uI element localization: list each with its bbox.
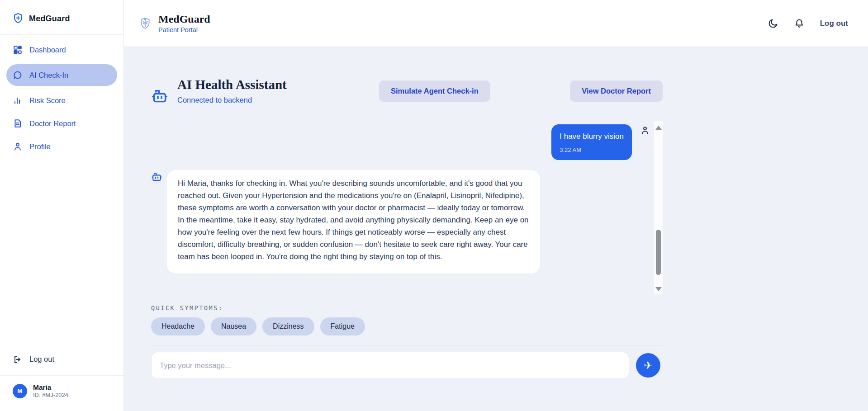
top-header: MedGuard Patient Portal Log out bbox=[124, 0, 868, 47]
ai-message-text: Hi Maria, thanks for checking in. What y… bbox=[178, 177, 529, 263]
sidebar-item-ai-check-in[interactable]: AI Check-In bbox=[6, 64, 117, 86]
symptom-pill-dizziness[interactable]: Dizziness bbox=[262, 317, 314, 335]
message-composer: ✈ bbox=[151, 352, 663, 379]
quick-symptoms-row: Headache Nausea Dizziness Fatigue bbox=[151, 317, 663, 335]
chat-window: I have blurry vision 3:22 AM bbox=[151, 121, 663, 294]
user-name: Maria bbox=[33, 383, 68, 392]
view-doctor-report-button[interactable]: View Doctor Report bbox=[570, 80, 663, 102]
shield-plus-icon bbox=[13, 13, 24, 24]
ai-message-bubble: Hi Maria, thanks for checking in. What y… bbox=[167, 170, 540, 274]
header-brand: MedGuard Patient Portal bbox=[138, 13, 210, 34]
composer-divider bbox=[151, 345, 663, 345]
message-input[interactable] bbox=[151, 352, 629, 379]
logout-icon bbox=[13, 354, 23, 364]
sidebar-item-profile[interactable]: Profile bbox=[6, 138, 117, 155]
user-avatar-icon bbox=[640, 125, 650, 135]
sidebar-item-label: Dashboard bbox=[29, 46, 66, 54]
person-icon bbox=[13, 142, 23, 151]
quick-symptoms-label: QUICK SYMPTOMS: bbox=[151, 304, 663, 312]
user-id: ID: #MJ-2024 bbox=[33, 392, 68, 399]
main-column: MedGuard Patient Portal Log out bbox=[124, 0, 868, 411]
main-content: AI Health Assistant Connected to backend… bbox=[124, 47, 868, 411]
header-brand-title: MedGuard bbox=[158, 13, 210, 26]
dark-mode-moon-icon[interactable] bbox=[768, 18, 778, 29]
sidebar-item-label: Doctor Report bbox=[29, 119, 76, 128]
chat-bubble-icon bbox=[13, 70, 23, 80]
user-message-row: I have blurry vision 3:22 AM bbox=[151, 124, 663, 160]
header-logout-button[interactable]: Log out bbox=[820, 19, 848, 28]
user-message-time: 3:22 AM bbox=[560, 146, 624, 153]
bar-chart-icon bbox=[13, 95, 23, 105]
sidebar-bottom: Log out M Maria ID: #MJ-2024 bbox=[0, 350, 123, 411]
sidebar: MedGuard Dashboard AI Check-In bbox=[0, 0, 124, 411]
sidebar-item-label: Profile bbox=[29, 142, 51, 151]
paper-plane-icon: ✈ bbox=[644, 360, 652, 371]
sidebar-brand: MedGuard bbox=[0, 0, 123, 34]
sidebar-logout-button[interactable]: Log out bbox=[0, 350, 123, 369]
sidebar-item-label: Risk Score bbox=[29, 96, 66, 105]
header-actions: Log out bbox=[768, 18, 848, 29]
sidebar-item-dashboard[interactable]: Dashboard bbox=[6, 41, 117, 58]
sidebar-user[interactable]: M Maria ID: #MJ-2024 bbox=[0, 376, 123, 411]
document-icon bbox=[13, 118, 23, 128]
robot-icon bbox=[151, 171, 162, 182]
simulate-checkin-button[interactable]: Simulate Agent Check-in bbox=[379, 80, 490, 102]
sidebar-brand-label: MedGuard bbox=[29, 14, 70, 24]
sidebar-item-doctor-report[interactable]: Doctor Report bbox=[6, 115, 117, 132]
sidebar-logout-label: Log out bbox=[29, 355, 54, 364]
symptom-pill-nausea[interactable]: Nausea bbox=[211, 317, 256, 335]
assistant-header: AI Health Assistant Connected to backend… bbox=[151, 70, 663, 112]
send-button[interactable]: ✈ bbox=[636, 353, 660, 378]
avatar: M bbox=[13, 384, 27, 398]
sidebar-item-risk-score[interactable]: Risk Score bbox=[6, 92, 117, 109]
notifications-bell-icon[interactable] bbox=[794, 18, 805, 29]
header-brand-subtitle: Patient Portal bbox=[158, 26, 210, 33]
user-message-text: I have blurry vision bbox=[560, 132, 624, 141]
user-message-bubble: I have blurry vision 3:22 AM bbox=[551, 124, 632, 160]
medical-shield-icon bbox=[138, 16, 152, 31]
connection-status: Connected to backend bbox=[177, 96, 287, 104]
symptom-pill-fatigue[interactable]: Fatigue bbox=[320, 317, 365, 335]
dashboard-icon bbox=[13, 45, 23, 55]
sidebar-nav: Dashboard AI Check-In Risk Score bbox=[0, 35, 123, 155]
sidebar-item-label: AI Check-In bbox=[29, 71, 68, 80]
chat-scrollbar[interactable] bbox=[654, 121, 663, 294]
robot-icon bbox=[151, 87, 168, 104]
scroll-down-arrow-icon[interactable] bbox=[655, 287, 662, 291]
scrollbar-thumb[interactable] bbox=[656, 230, 661, 275]
scroll-up-arrow-icon[interactable] bbox=[655, 126, 662, 130]
ai-message-row: Hi Maria, thanks for checking in. What y… bbox=[151, 170, 663, 274]
symptom-pill-headache[interactable]: Headache bbox=[151, 317, 205, 335]
page-title: AI Health Assistant bbox=[177, 77, 287, 92]
